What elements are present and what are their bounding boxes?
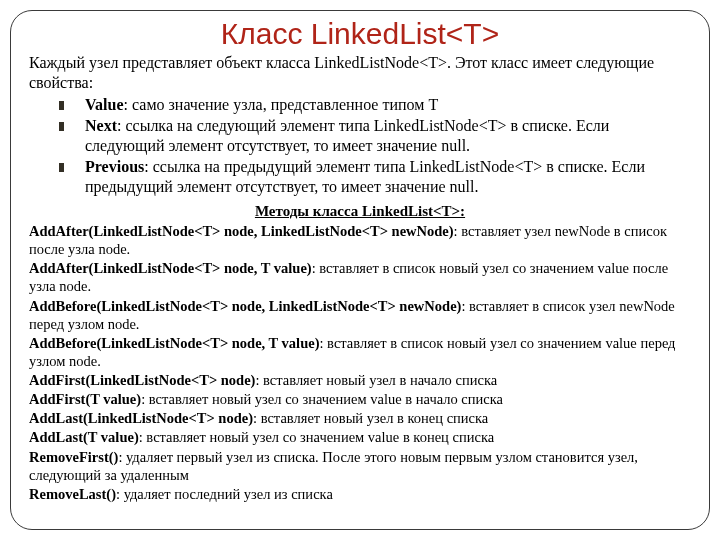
- property-list: Value: само значение узла, представленно…: [29, 95, 691, 197]
- method-item: AddLast(T value): вставляет новый узел с…: [29, 428, 691, 446]
- method-sig: AddAfter(LinkedListNode<T> node, LinkedL…: [29, 223, 454, 239]
- method-sig: AddLast(LinkedListNode<T> node): [29, 410, 253, 426]
- method-desc: : вставляет новый узел в конец списка: [253, 410, 488, 426]
- method-item: AddLast(LinkedListNode<T> node): вставля…: [29, 409, 691, 427]
- prop-desc: : само значение узла, представленное тип…: [124, 96, 439, 113]
- method-sig: AddBefore(LinkedListNode<T> node, Linked…: [29, 298, 461, 314]
- method-sig: AddBefore(LinkedListNode<T> node, T valu…: [29, 335, 319, 351]
- prop-name: Previous: [85, 158, 144, 175]
- list-item: Value: само значение узла, представленно…: [59, 95, 691, 115]
- method-item: AddFirst(LinkedListNode<T> node): вставл…: [29, 371, 691, 389]
- method-sig: AddLast(T value): [29, 429, 139, 445]
- method-item: RemoveFirst(): удаляет первый узел из сп…: [29, 448, 691, 484]
- method-item: AddAfter(LinkedListNode<T> node, T value…: [29, 259, 691, 295]
- method-sig: RemoveFirst(): [29, 449, 118, 465]
- method-desc: : удаляет первый узел из списка. После э…: [29, 449, 638, 483]
- method-sig: AddFirst(T value): [29, 391, 141, 407]
- list-item: Next: ссылка на следующий элемент типа L…: [59, 116, 691, 156]
- method-sig: AddFirst(LinkedListNode<T> node): [29, 372, 255, 388]
- method-item: AddFirst(T value): вставляет новый узел …: [29, 390, 691, 408]
- method-item: AddBefore(LinkedListNode<T> node, Linked…: [29, 297, 691, 333]
- prop-desc: : ссылка на предыдущий элемент типа Link…: [85, 158, 645, 195]
- method-sig: RemoveLast(): [29, 486, 116, 502]
- method-desc: : вставляет новый узел со значением valu…: [139, 429, 494, 445]
- slide-frame: Класс LinkedList<T> Каждый узел представ…: [10, 10, 710, 530]
- intro-text: Каждый узел представляет объект класса L…: [29, 53, 691, 93]
- method-item: AddAfter(LinkedListNode<T> node, LinkedL…: [29, 222, 691, 258]
- slide-title: Класс LinkedList<T>: [29, 17, 691, 51]
- methods-heading: Методы класса LinkedList<T>:: [29, 203, 691, 220]
- method-item: AddBefore(LinkedListNode<T> node, T valu…: [29, 334, 691, 370]
- prop-desc: : ссылка на следующий элемент типа Linke…: [85, 117, 609, 154]
- prop-name: Value: [85, 96, 124, 113]
- method-sig: AddAfter(LinkedListNode<T> node, T value…: [29, 260, 312, 276]
- method-desc: : вставляет новый узел со значением valu…: [141, 391, 503, 407]
- method-desc: : удаляет последний узел из списка: [116, 486, 333, 502]
- list-item: Previous: ссылка на предыдущий элемент т…: [59, 157, 691, 197]
- prop-name: Next: [85, 117, 117, 134]
- method-item: RemoveLast(): удаляет последний узел из …: [29, 485, 691, 503]
- method-desc: : вставляет новый узел в начало списка: [255, 372, 497, 388]
